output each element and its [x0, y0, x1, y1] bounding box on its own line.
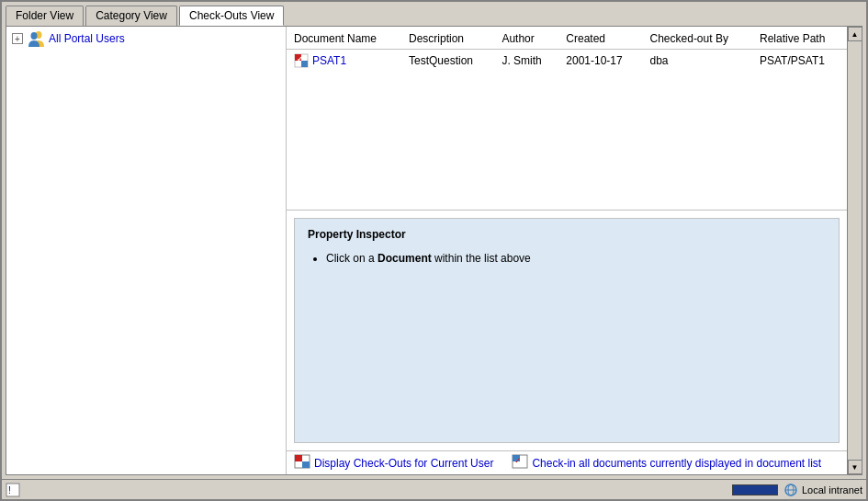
cell-created: 2001-10-17: [558, 50, 642, 73]
people-icon: [27, 30, 45, 47]
tree-expand-icon[interactable]: +: [12, 33, 23, 44]
col-author: Author: [494, 27, 558, 50]
progress-bar: [732, 484, 778, 495]
cell-relative-path: PSAT/PSAT1: [752, 50, 847, 73]
col-doc-name: Document Name: [287, 27, 401, 50]
right-panel: Document Name Description Author Created…: [287, 27, 847, 474]
doc-link-psat1[interactable]: ✓ PSAT1: [294, 53, 394, 68]
checkouts-link-icon: [294, 454, 310, 472]
tab-checkouts-view[interactable]: Check-Outs View: [179, 6, 284, 26]
scrollbar-vertical[interactable]: ▲ ▼: [847, 27, 862, 474]
doc-table-container: Document Name Description Author Created…: [287, 27, 847, 211]
tab-category-view[interactable]: Category View: [85, 6, 177, 26]
left-panel: + All Portal Users: [6, 27, 287, 474]
scroll-down-btn[interactable]: ▼: [848, 460, 862, 474]
tree-item-label[interactable]: All Portal Users: [49, 32, 125, 45]
tree-item-all-portal-users[interactable]: + All Portal Users: [6, 27, 286, 51]
svg-rect-7: [295, 455, 302, 461]
svg-text:✓: ✓: [514, 456, 522, 465]
col-created: Created: [558, 27, 642, 50]
status-bar: ! Local intranet: [2, 479, 866, 499]
local-intranet: Local intranet: [783, 483, 862, 497]
property-inspector-title: Property Inspector: [308, 228, 826, 241]
intranet-icon: [783, 483, 798, 497]
scroll-up-btn[interactable]: ▲: [848, 27, 862, 41]
status-left: !: [6, 483, 20, 497]
checkin-all-link[interactable]: ✓ Check-in all documents currently displ…: [512, 454, 821, 472]
checkin-icon: ✓: [512, 454, 528, 472]
display-checkouts-link[interactable]: Display Check-Outs for Current User: [294, 454, 493, 472]
cell-author: J. Smith: [494, 50, 558, 73]
svg-text:!: !: [8, 485, 11, 495]
bottom-bar: Display Check-Outs for Current User ✓ Ch…: [287, 450, 847, 474]
scroll-track: [848, 41, 862, 460]
doc-table: Document Name Description Author Created…: [287, 27, 847, 72]
svg-rect-5: [301, 61, 308, 67]
content-area: + All Portal Users: [6, 26, 862, 475]
main-container: Folder View Category View Check-Outs Vie…: [0, 0, 868, 501]
property-inspector-body: Click on a Document within the list abov…: [308, 250, 826, 268]
col-description: Description: [401, 27, 494, 50]
tab-folder-view[interactable]: Folder View: [6, 6, 84, 26]
col-relative-path: Relative Path: [752, 27, 847, 50]
svg-rect-8: [302, 461, 310, 468]
table-row: ✓ PSAT1 TestQuestion J. Smith 2001-10-17: [287, 50, 847, 73]
property-inspector: Property Inspector Click on a Document w…: [294, 218, 840, 443]
doc-checked-out-icon: ✓: [294, 53, 309, 68]
cell-checked-out-by: dba: [643, 50, 752, 73]
status-icon: !: [6, 483, 20, 497]
status-right: Local intranet: [732, 483, 862, 497]
tab-bar: Folder View Category View Check-Outs Vie…: [2, 2, 866, 26]
cell-description: TestQuestion: [401, 50, 494, 73]
cell-doc-name: ✓ PSAT1: [287, 50, 401, 73]
col-checked-out-by: Checked-out By: [643, 27, 752, 50]
svg-point-1: [31, 32, 38, 40]
pi-instruction: Click on a Document within the list abov…: [326, 250, 826, 268]
